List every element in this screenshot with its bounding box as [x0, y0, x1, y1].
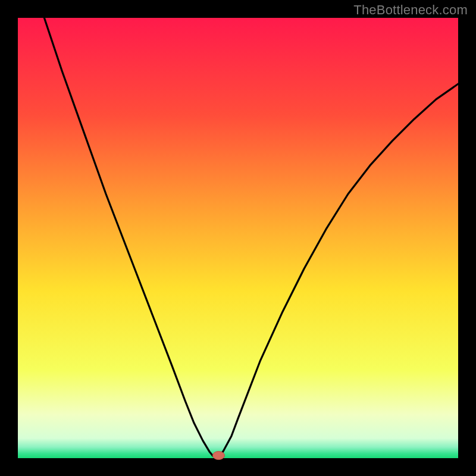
- optimal-point-marker: [212, 452, 224, 460]
- plot-background: [18, 18, 458, 458]
- watermark-text: TheBottleneck.com: [353, 2, 468, 18]
- chart-frame: TheBottleneck.com: [0, 0, 476, 476]
- bottleneck-chart: [0, 0, 476, 476]
